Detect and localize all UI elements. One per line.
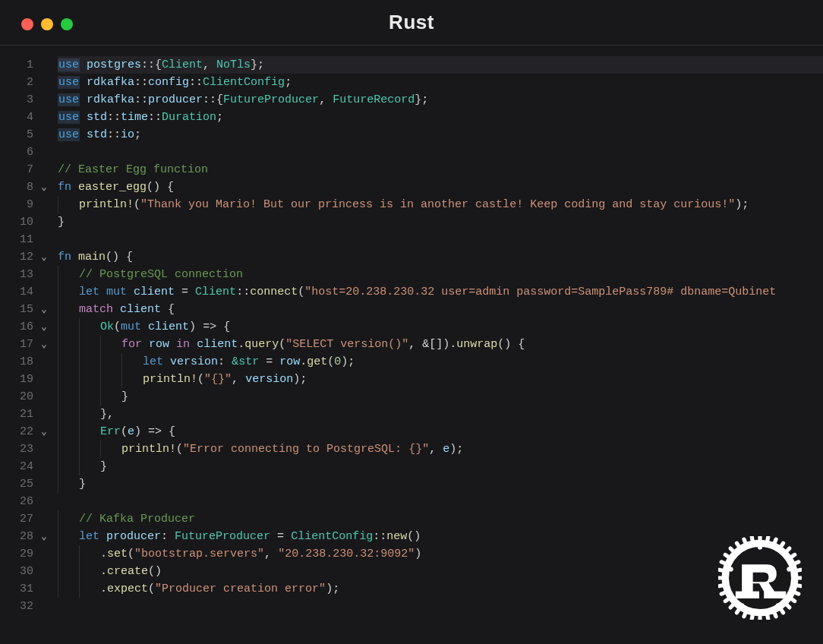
code-line[interactable]: for row in client.query("SELECT version(… [58,336,823,353]
line-number: 27 [0,510,33,528]
fold-spacer [39,440,55,458]
code-line[interactable]: let version: &str = row.get(0); [58,353,823,371]
svg-line-16 [719,586,723,586]
fold-spacer [39,144,55,161]
fold-spacer [39,493,55,510]
line-number: 17 [0,336,33,353]
fold-spacer [39,563,55,580]
line-number: 23 [0,440,33,458]
code-line[interactable]: .set("bootstrap.servers", "20.238.230.32… [58,545,823,563]
svg-rect-33 [736,592,759,598]
line-number: 21 [0,406,33,423]
svg-line-5 [787,605,790,608]
code-line[interactable]: use std::io; [58,126,823,144]
code-editor[interactable]: 1234567891011121314151617181920212223242… [0,46,823,644]
line-number: 12 [0,248,33,266]
code-line[interactable]: use std::time::Duration; [58,109,823,126]
code-line[interactable]: }, [58,406,823,423]
fold-spacer [39,406,55,423]
line-number-gutter: 1234567891011121314151617181920212223242… [0,56,39,644]
fold-spacer [39,109,55,126]
line-number: 13 [0,266,33,283]
fold-chevron-icon[interactable] [39,248,55,266]
svg-line-12 [736,609,739,612]
code-line[interactable] [58,598,823,615]
svg-line-3 [795,592,799,594]
code-line[interactable]: use rdkafka::config::ClientConfig; [58,74,823,91]
code-line[interactable]: } [58,475,823,493]
code-line[interactable]: } [58,213,823,231]
svg-point-35 [758,545,762,549]
svg-line-32 [797,570,801,570]
svg-line-10 [752,615,752,619]
line-number: 18 [0,353,33,371]
fold-chevron-icon[interactable] [39,336,55,353]
fold-spacer [39,74,55,91]
svg-line-26 [768,537,768,541]
fold-spacer [39,598,55,615]
code-line[interactable]: fn main() { [58,248,823,266]
fold-chevron-icon[interactable] [39,423,55,440]
code-line[interactable]: let mut client = Client::connect("host=2… [58,283,823,301]
code-line[interactable]: } [58,388,823,406]
code-line[interactable]: Err(e) => { [58,423,823,440]
code-line[interactable]: use rdkafka::producer::{FutureProducer, … [58,91,823,109]
fold-spacer [39,353,55,371]
code-line[interactable]: // PostgreSQL connection [58,266,823,283]
fold-spacer [39,126,55,144]
fold-spacer [39,266,55,283]
svg-line-18 [719,570,723,570]
line-number: 15 [0,301,33,318]
svg-line-28 [781,543,784,546]
svg-line-2 [797,586,801,586]
code-line[interactable]: fn easter_egg() { [58,178,823,196]
code-line[interactable]: .expect("Producer creation error"); [58,580,823,598]
svg-line-31 [795,562,799,564]
line-number: 32 [0,598,33,615]
line-number: 1 [0,56,33,74]
line-number: 2 [0,74,33,91]
code-line[interactable] [58,493,823,510]
fold-chevron-icon[interactable] [39,301,55,318]
fold-spacer [39,196,55,213]
fold-spacer [39,231,55,248]
line-number: 29 [0,545,33,563]
svg-line-21 [730,548,733,551]
line-number: 7 [0,161,33,178]
code-line[interactable]: } [58,458,823,475]
code-line[interactable]: // Kafka Producer [58,510,823,528]
minimize-button[interactable] [41,18,53,30]
rust-logo-icon [718,536,802,620]
code-line[interactable]: .create() [58,563,823,580]
fold-spacer [39,371,55,388]
code-line[interactable]: use postgres::{Client, NoTls}; [58,56,823,74]
line-number: 11 [0,231,33,248]
fold-chevron-icon[interactable] [39,178,55,196]
line-number: 26 [0,493,33,510]
fold-chevron-icon[interactable] [39,528,55,545]
fold-spacer [39,56,55,74]
fold-spacer [39,510,55,528]
code-line[interactable] [58,231,823,248]
fold-chevron-icon[interactable] [39,318,55,336]
code-line[interactable]: // Easter Egg function [58,161,823,178]
zoom-button[interactable] [61,18,73,30]
svg-line-23 [744,539,746,543]
line-number: 20 [0,388,33,406]
svg-line-7 [774,613,776,617]
code-area[interactable]: use postgres::{Client, NoTls};use rdkafk… [55,56,823,644]
traffic-lights [21,18,73,30]
code-line[interactable]: println!("{}", version); [58,371,823,388]
code-line[interactable] [58,144,823,161]
code-line[interactable]: match client { [58,301,823,318]
code-line[interactable]: println!("Error connecting to PostgreSQL… [58,440,823,458]
code-line[interactable]: println!("Thank you Mario! But our princ… [58,196,823,213]
svg-line-22 [736,543,739,546]
svg-line-15 [721,592,725,594]
code-line[interactable]: Ok(mut client) => { [58,318,823,336]
line-number: 31 [0,580,33,598]
svg-line-4 [791,599,794,601]
code-line[interactable]: let producer: FutureProducer = ClientCon… [58,528,823,545]
close-button[interactable] [21,18,33,30]
fold-gutter[interactable] [39,56,55,644]
